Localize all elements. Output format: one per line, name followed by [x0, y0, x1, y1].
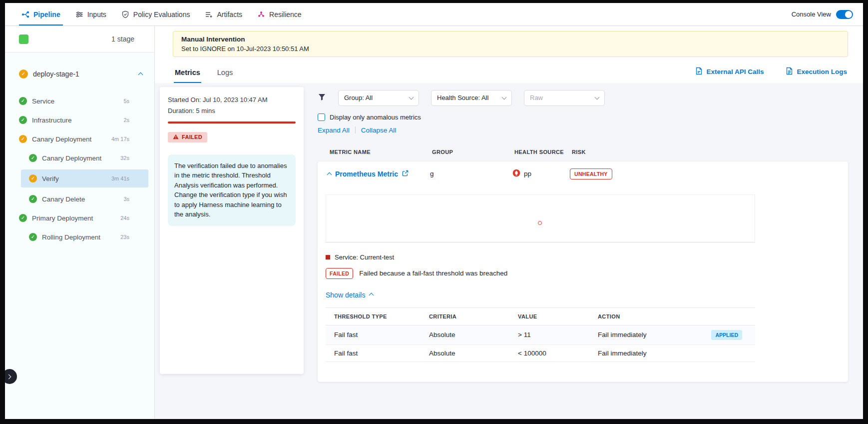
banner-subtitle: Set to IGNORE on 10-Jul-2023 10:50:51 AM: [181, 44, 840, 54]
collapse-all-link[interactable]: Collapse All: [361, 126, 397, 134]
step-infrastructure[interactable]: ✓ Infrastructure 2s: [5, 110, 154, 130]
step-primary-deployment[interactable]: ✓ Primary Deployment 24s: [5, 208, 154, 228]
console-view-toggle[interactable]: [836, 10, 853, 19]
stage-collapse-chevron-icon[interactable]: [139, 70, 142, 78]
threshold-row: Fail fast Absolute > 11 Fail immediately…: [326, 326, 755, 345]
metric-card: Prometheus Metric g pp: [318, 162, 848, 382]
success-icon: ✓: [29, 195, 37, 203]
header-value: VALUE: [518, 314, 598, 320]
step-verify[interactable]: ✓ Verify 3m 41s: [21, 170, 148, 188]
failed-status-label: FAILED: [182, 134, 202, 140]
health-source-filter-value: Health Source: All: [437, 94, 488, 102]
step-rolling-deployment[interactable]: ✓ Rolling Deployment 23s: [5, 228, 154, 246]
threshold-value: > 11: [518, 331, 598, 338]
nav-tab-label: Policy Evaluations: [133, 10, 190, 18]
warning-triangle-icon: [173, 134, 179, 140]
metric-row-prometheus[interactable]: Prometheus Metric g pp: [318, 162, 848, 186]
legend-label: Service: Current-test: [335, 254, 394, 261]
step-duration: 32s: [120, 155, 129, 161]
top-navigation: Pipeline Inputs Policy Evaluations Artif…: [5, 3, 863, 26]
nav-tab-resilience[interactable]: Resilience: [250, 3, 309, 26]
filter-row: Group: All Health Source: All Raw: [318, 90, 848, 106]
execution-logs-link[interactable]: Execution Logs: [786, 67, 847, 76]
step-duration: 4m 17s: [111, 136, 129, 142]
step-duration: 2s: [123, 117, 129, 123]
nav-tab-inputs[interactable]: Inputs: [68, 3, 114, 26]
anomalous-metrics-filter: Display only anomalous metrics: [318, 114, 848, 121]
step-label: Rolling Deployment: [42, 234, 100, 241]
show-details-label: Show details: [326, 291, 365, 299]
expand-all-link[interactable]: Expand All: [318, 126, 350, 134]
header-criteria: CRITERIA: [429, 314, 518, 320]
step-label: Canary Delete: [42, 196, 85, 203]
legend-marker-icon: [326, 255, 330, 260]
chevron-down-icon: [502, 94, 507, 100]
failed-badge: FAILED: [326, 268, 353, 279]
pipeline-icon: [21, 10, 29, 18]
step-label: Canary Deployment: [32, 136, 91, 143]
step-canary-deployment[interactable]: ✓ Canary Deployment 32s: [5, 148, 154, 168]
nav-tab-label: Pipeline: [33, 10, 60, 18]
step-service[interactable]: ✓ Service 5s: [5, 92, 154, 110]
metric-group-value: g: [430, 170, 512, 178]
tab-logs[interactable]: Logs: [216, 68, 234, 83]
nav-tab-policy-evaluations[interactable]: Policy Evaluations: [114, 3, 198, 26]
success-icon: ✓: [29, 233, 37, 241]
threshold-value: < 100000: [518, 350, 598, 357]
threshold-row: Fail fast Absolute < 100000 Fail immedia…: [326, 345, 755, 362]
header-action: ACTION: [598, 314, 755, 320]
step-label: Infrastructure: [32, 116, 72, 124]
chevron-down-icon: [409, 94, 414, 100]
metric-chart: [326, 194, 755, 242]
external-api-calls-link[interactable]: External API Calls: [695, 67, 764, 76]
failed-progress-bar: [168, 122, 296, 124]
nav-tab-artifacts[interactable]: Artifacts: [197, 3, 250, 26]
step-label: Primary Deployment: [32, 214, 93, 222]
step-canary-deployment-group[interactable]: ✓ Canary Deployment 4m 17s: [5, 130, 154, 148]
nav-tab-label: Artifacts: [217, 10, 242, 18]
step-label: Verify: [42, 175, 59, 182]
failure-reason-row: FAILED Failed because a fail-fast thresh…: [326, 268, 848, 279]
metric-name-link[interactable]: Prometheus Metric: [335, 170, 398, 178]
group-filter-value: Group: All: [344, 94, 373, 102]
metric-detail-panel: Service: Current-test FAILED Failed beca…: [318, 186, 848, 382]
step-canary-delete[interactable]: ✓ Canary Delete 3s: [5, 190, 154, 208]
success-icon: ✓: [19, 97, 27, 105]
execution-sidebar: 1 stage ✓ deploy-stage-1 ✓ Service 5s ✓: [5, 26, 155, 419]
failure-reason-text: Failed because a fail-fast threshold was…: [359, 270, 507, 277]
metrics-panel: Group: All Health Source: All Raw: [318, 87, 848, 374]
health-source-value: pp: [524, 170, 531, 178]
threshold-type: Fail fast: [334, 331, 429, 338]
banner-title: Manual Intervention: [181, 34, 840, 44]
panels-area: Started On: Jul 10, 2023 10:47 AM Durati…: [155, 83, 863, 419]
threshold-action: Fail immediately: [598, 350, 647, 357]
success-icon: ✓: [19, 116, 27, 124]
vertical-divider: [355, 126, 356, 134]
stage-header-deploy-stage-1[interactable]: ✓ deploy-stage-1: [5, 64, 154, 84]
artifacts-icon: [205, 10, 213, 18]
anomalous-metrics-checkbox[interactable]: [318, 114, 325, 121]
external-api-calls-label: External API Calls: [706, 68, 764, 76]
step-label: Canary Deployment: [42, 154, 101, 162]
nav-tab-pipeline[interactable]: Pipeline: [14, 3, 68, 26]
chevron-up-icon: [369, 293, 374, 298]
group-filter-dropdown[interactable]: Group: All: [338, 90, 419, 106]
content-tabs-row: Metrics Logs External API Calls Executio…: [155, 57, 863, 83]
health-source-icon: [512, 169, 520, 178]
health-source-filter-dropdown[interactable]: Health Source: All: [431, 90, 512, 106]
collapse-row-chevron-icon[interactable]: [327, 172, 332, 178]
external-link-icon[interactable]: [402, 170, 409, 178]
inputs-icon: [75, 10, 83, 18]
show-details-toggle[interactable]: Show details: [326, 291, 848, 299]
raw-filter-dropdown[interactable]: Raw: [524, 90, 605, 106]
expand-collapse-row: Expand All Collapse All: [318, 126, 848, 134]
success-icon: ✓: [19, 214, 27, 222]
tab-metrics[interactable]: Metrics: [174, 68, 201, 83]
main-content: Manual Intervention Set to IGNORE on 10-…: [155, 26, 863, 419]
console-view-label: Console View: [792, 10, 831, 18]
verification-failure-message: The verification failed due to anomalies…: [168, 154, 296, 226]
toggle-knob: [845, 11, 852, 18]
header-risk: RISK: [572, 149, 848, 155]
threshold-table-header: THRESHOLD TYPE CRITERIA VALUE ACTION: [326, 308, 755, 326]
console-view-control: Console View: [792, 3, 853, 26]
